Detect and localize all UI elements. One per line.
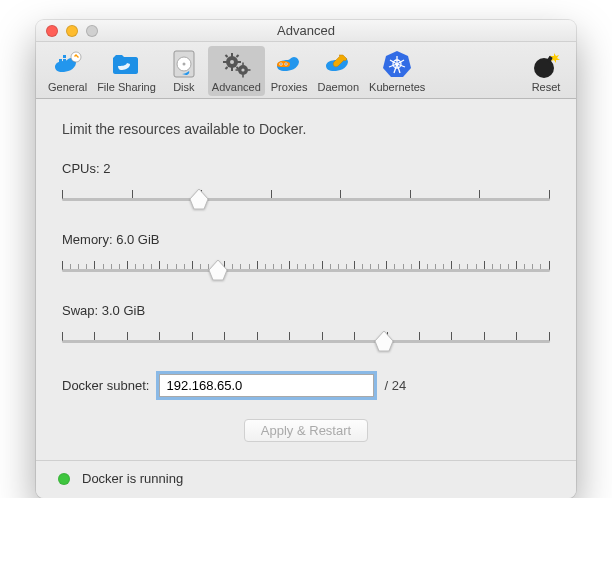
svg-rect-10 — [231, 67, 233, 71]
window-title: Advanced — [36, 23, 576, 38]
tab-label: General — [48, 81, 87, 93]
toolbar: General File Sharing Disk — [36, 42, 576, 99]
tab-advanced[interactable]: Advanced — [208, 46, 265, 96]
folder-whale-icon — [110, 48, 142, 80]
memory-slider[interactable] — [62, 257, 550, 281]
swap-slider[interactable] — [62, 328, 550, 352]
svg-rect-13 — [225, 54, 229, 58]
svg-rect-9 — [231, 53, 233, 57]
kubernetes-icon — [381, 48, 413, 80]
memory-field: Memory: 6.0 GiB — [62, 232, 550, 281]
subnet-label: Docker subnet: — [62, 378, 149, 393]
status-text: Docker is running — [82, 471, 183, 486]
cpus-label: CPUs: 2 — [62, 161, 550, 176]
slider-thumb[interactable] — [209, 260, 227, 280]
svg-rect-21 — [236, 69, 239, 71]
status-bar: Docker is running — [36, 460, 576, 498]
preferences-window: Advanced General File Sharing Disk — [36, 20, 576, 498]
tab-label: Disk — [173, 81, 194, 93]
disk-icon — [168, 48, 200, 80]
subnet-row: Docker subnet: / 24 — [62, 374, 550, 397]
slider-thumb[interactable] — [375, 331, 393, 351]
apply-restart-button: Apply & Restart — [244, 419, 368, 442]
whale-wrench-icon — [322, 48, 354, 80]
svg-rect-16 — [225, 66, 229, 70]
memory-label: Memory: 6.0 GiB — [62, 232, 550, 247]
swap-label: Swap: 3.0 GiB — [62, 303, 550, 318]
svg-point-8 — [230, 60, 234, 64]
tab-label: Kubernetes — [369, 81, 425, 93]
cpus-field: CPUs: 2 — [62, 161, 550, 210]
close-icon[interactable] — [46, 25, 58, 37]
tab-label: Daemon — [317, 81, 359, 93]
svg-rect-20 — [243, 75, 245, 78]
reset-button[interactable]: Reset — [524, 46, 568, 96]
toolbar-items: General File Sharing Disk — [44, 46, 429, 96]
tab-label: File Sharing — [97, 81, 156, 93]
svg-rect-2 — [63, 55, 66, 58]
bomb-icon — [530, 48, 562, 80]
whale-badge-icon — [52, 48, 84, 80]
lead-text: Limit the resources available to Docker. — [62, 121, 550, 137]
titlebar: Advanced — [36, 20, 576, 42]
svg-rect-11 — [223, 61, 227, 63]
slider-track — [62, 340, 550, 343]
reset-label: Reset — [532, 81, 561, 93]
subnet-suffix: / 24 — [384, 378, 406, 393]
svg-point-18 — [242, 68, 245, 71]
tab-label: Proxies — [271, 81, 308, 93]
svg-rect-1 — [63, 59, 66, 62]
tab-label: Advanced — [212, 81, 261, 93]
svg-rect-19 — [243, 63, 245, 66]
zoom-icon — [86, 25, 98, 37]
minimize-icon[interactable] — [66, 25, 78, 37]
swap-field: Swap: 3.0 GiB — [62, 303, 550, 352]
svg-rect-0 — [59, 59, 62, 62]
tab-daemon[interactable]: Daemon — [313, 46, 363, 96]
svg-point-25 — [280, 63, 281, 64]
status-indicator-icon — [58, 473, 70, 485]
tab-general[interactable]: General — [44, 46, 91, 96]
traffic-lights — [36, 25, 98, 37]
tab-file-sharing[interactable]: File Sharing — [93, 46, 160, 96]
tab-proxies[interactable]: Proxies — [267, 46, 312, 96]
svg-rect-12 — [237, 61, 241, 63]
masked-whale-icon — [273, 48, 305, 80]
slider-track — [62, 269, 550, 272]
svg-rect-15 — [236, 54, 240, 58]
tab-kubernetes[interactable]: Kubernetes — [365, 46, 429, 96]
content-area: Limit the resources available to Docker.… — [36, 99, 576, 460]
tab-disk[interactable]: Disk — [162, 46, 206, 96]
slider-track — [62, 198, 550, 201]
svg-point-6 — [182, 63, 185, 66]
slider-thumb[interactable] — [190, 189, 208, 209]
gears-icon — [220, 48, 252, 80]
svg-point-26 — [285, 63, 286, 64]
svg-point-3 — [71, 52, 81, 62]
subnet-input[interactable] — [159, 374, 374, 397]
cpus-slider[interactable] — [62, 186, 550, 210]
svg-rect-22 — [248, 69, 251, 71]
